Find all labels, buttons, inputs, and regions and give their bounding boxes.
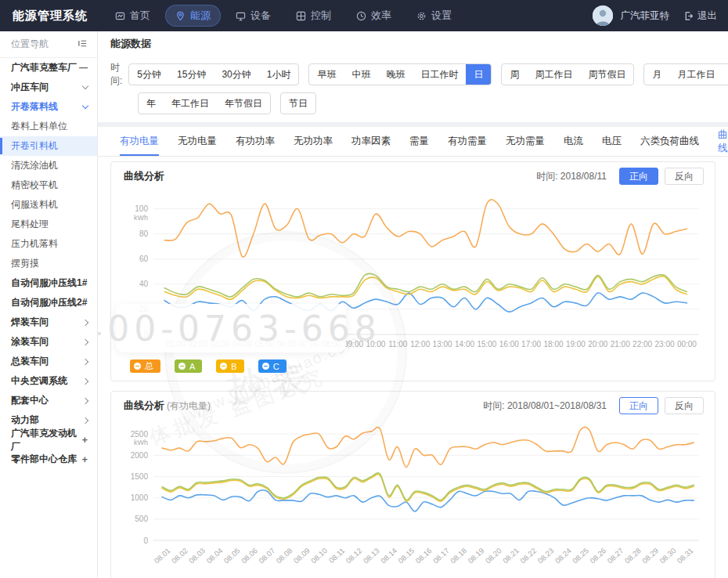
tab-有功功率[interactable]: 有功功率 bbox=[236, 127, 275, 156]
expand-node-icon[interactable]: + bbox=[81, 454, 88, 464]
x-tick-label: 08.04 bbox=[204, 546, 224, 565]
view-toggle: 曲线 | 表格 bbox=[718, 128, 728, 155]
nav-item-能源[interactable]: 能源 bbox=[165, 5, 221, 27]
tab-功率因素[interactable]: 功率因素 bbox=[351, 127, 391, 156]
legend-chip-总[interactable]: 总 bbox=[130, 359, 160, 373]
tab-无功需量[interactable]: 无功需量 bbox=[506, 127, 545, 156]
tab-无功功率[interactable]: 无功功率 bbox=[294, 127, 333, 156]
sidebar-item-压力机落料[interactable]: 压力机落料 bbox=[0, 234, 97, 254]
nav-item-设备[interactable]: 设备 bbox=[225, 5, 281, 27]
forward-button[interactable]: 正向 bbox=[619, 397, 658, 414]
filter-button-周节假日[interactable]: 周节假日 bbox=[580, 64, 633, 85]
filter-button-日[interactable]: 日 bbox=[466, 64, 491, 85]
logout-icon bbox=[683, 11, 694, 21]
sidebar-item-零件部中心仓库[interactable]: 零件部中心仓库+ bbox=[0, 450, 97, 469]
sidebar-item-label: 总装车间 bbox=[11, 355, 49, 368]
sidebar-item-label: 配套中心 bbox=[11, 394, 49, 407]
settings-icon bbox=[416, 11, 427, 21]
x-tick-label: 08.21 bbox=[501, 546, 521, 565]
tab-六类负荷曲线[interactable]: 六类负荷曲线 bbox=[640, 127, 699, 156]
sidebar-item-焊装车间[interactable]: 焊装车间 bbox=[0, 312, 97, 332]
sidebar-item-精密校平机[interactable]: 精密校平机 bbox=[0, 175, 97, 195]
filter-button-30分钟[interactable]: 30分钟 bbox=[214, 64, 258, 85]
y-tick-label: 60 bbox=[139, 255, 149, 263]
sidebar-item-label: 伺服送料机 bbox=[11, 198, 58, 211]
sidebar-item-总装车间[interactable]: 总装车间 bbox=[0, 352, 97, 371]
tab-有功电量[interactable]: 有功电量 bbox=[120, 127, 159, 156]
sidebar-item-伺服送料机[interactable]: 伺服送料机 bbox=[0, 195, 97, 215]
tab-无功电量[interactable]: 无功电量 bbox=[178, 127, 217, 156]
sidebar-item-清洗涂油机[interactable]: 清洗涂油机 bbox=[0, 156, 97, 175]
energy-icon bbox=[175, 11, 186, 21]
forward-button[interactable]: 正向 bbox=[619, 168, 658, 185]
sidebar-item-开卷引料机[interactable]: 开卷引料机 bbox=[0, 136, 97, 156]
filter-button-月节假日[interactable]: 月节假日 bbox=[723, 64, 728, 85]
filter-button-15分钟[interactable]: 15分钟 bbox=[169, 64, 214, 85]
legend-label: C bbox=[273, 362, 279, 371]
filter-button-年工作日[interactable]: 年工作日 bbox=[164, 93, 217, 114]
expand-node-icon[interactable]: + bbox=[81, 435, 88, 445]
sidebar-collapse-icon[interactable] bbox=[77, 38, 88, 51]
tab-电流[interactable]: 电流 bbox=[564, 127, 583, 156]
reverse-button[interactable]: 反向 bbox=[665, 397, 704, 414]
sidebar-item-摆剪摸[interactable]: 摆剪摸 bbox=[0, 254, 97, 273]
logout-button[interactable]: 退出 bbox=[683, 9, 717, 23]
x-tick-label: 22:00 bbox=[632, 340, 652, 349]
filter-button-节日[interactable]: 节日 bbox=[281, 93, 315, 114]
nav-item-控制[interactable]: 控制 bbox=[286, 5, 341, 27]
time-filter-row-1: 时间: 5分钟15分钟30分钟1小时早班中班晚班日工作时日周周工作日周节假日月月… bbox=[110, 61, 715, 88]
collapse-node-icon[interactable]: — bbox=[79, 63, 88, 72]
filter-button-周[interactable]: 周 bbox=[502, 64, 527, 85]
sidebar-item-尾料处理[interactable]: 尾料处理 bbox=[0, 215, 97, 234]
filter-button-月工作日[interactable]: 月工作日 bbox=[669, 64, 723, 85]
sidebar-item-自动伺服冲压线2#[interactable]: 自动伺服冲压线2# bbox=[0, 293, 97, 312]
control-icon bbox=[296, 11, 306, 21]
filter-button-晚班[interactable]: 晚班 bbox=[378, 64, 413, 85]
filter-button-中班[interactable]: 中班 bbox=[344, 64, 378, 85]
sidebar-item-配套中心[interactable]: 配套中心 bbox=[0, 391, 97, 410]
x-tick-label: 19:00 bbox=[566, 340, 586, 349]
filter-button-早班[interactable]: 早班 bbox=[309, 64, 344, 85]
sidebar-item-冲压车间[interactable]: 冲压车间 bbox=[0, 78, 97, 97]
legend-chip-A[interactable]: A bbox=[175, 359, 202, 373]
chevron-right-icon[interactable] bbox=[82, 397, 88, 403]
chevron-right-icon[interactable] bbox=[82, 319, 88, 325]
filter-button-1小时[interactable]: 1小时 bbox=[259, 64, 299, 85]
filter-button-月[interactable]: 月 bbox=[644, 64, 669, 85]
sidebar-item-开卷落料线[interactable]: 开卷落料线 bbox=[0, 97, 97, 117]
sidebar-item-涂装车间[interactable]: 涂装车间 bbox=[0, 332, 97, 352]
chevron-down-icon[interactable] bbox=[82, 83, 88, 89]
chevron-down-icon[interactable] bbox=[82, 103, 88, 109]
top-right-area: 广汽菲亚特 退出 bbox=[593, 5, 718, 26]
tab-电压[interactable]: 电压 bbox=[602, 127, 622, 156]
sidebar-item-自动伺服冲压线1#[interactable]: 自动伺服冲压线1# bbox=[0, 273, 97, 293]
filter-button-5分钟[interactable]: 5分钟 bbox=[129, 64, 169, 85]
nav-item-效率[interactable]: 效率 bbox=[346, 5, 402, 27]
filter-button-年节假日[interactable]: 年节假日 bbox=[217, 93, 270, 114]
sidebar-item-label: 清洗涂油机 bbox=[11, 159, 58, 172]
chevron-right-icon[interactable] bbox=[82, 417, 88, 423]
sidebar-item-卷料上料单位[interactable]: 卷料上料单位 bbox=[0, 117, 97, 136]
sidebar-item-广汽菲克发动机厂[interactable]: 广汽菲克发动机厂+ bbox=[0, 430, 97, 450]
sidebar-item-中央空调系统[interactable]: 中央空调系统 bbox=[0, 371, 97, 391]
chart2-time: 时间: 2018/08/01~2018/08/31 bbox=[483, 399, 607, 413]
filter-button-年[interactable]: 年 bbox=[139, 93, 164, 114]
chevron-right-icon[interactable] bbox=[82, 378, 88, 384]
view-curve-button[interactable]: 曲线 bbox=[718, 128, 728, 155]
nav-item-首页[interactable]: 首页 bbox=[105, 5, 160, 27]
avatar[interactable] bbox=[593, 5, 613, 26]
user-name[interactable]: 广汽菲亚特 bbox=[621, 9, 670, 23]
main-area: 能源数据 时间: 5分钟15分钟30分钟1小时早班中班晚班日工作时日周周工作日周… bbox=[98, 31, 728, 578]
reverse-button[interactable]: 反向 bbox=[665, 168, 704, 185]
x-tick-label: 08.13 bbox=[362, 546, 381, 565]
tab-需量[interactable]: 需量 bbox=[409, 127, 429, 156]
legend-chip-C[interactable]: C bbox=[258, 359, 287, 373]
chevron-right-icon[interactable] bbox=[82, 358, 88, 364]
sidebar-item-广汽菲克整车厂[interactable]: 广汽菲克整车厂— bbox=[0, 58, 97, 78]
filter-button-日工作时[interactable]: 日工作时 bbox=[413, 64, 466, 85]
nav-item-设置[interactable]: 设置 bbox=[406, 5, 462, 27]
filter-button-周工作日[interactable]: 周工作日 bbox=[527, 64, 580, 85]
tab-有功需量[interactable]: 有功需量 bbox=[448, 127, 487, 156]
legend-chip-B[interactable]: B bbox=[216, 359, 243, 373]
chevron-right-icon[interactable] bbox=[82, 338, 88, 345]
